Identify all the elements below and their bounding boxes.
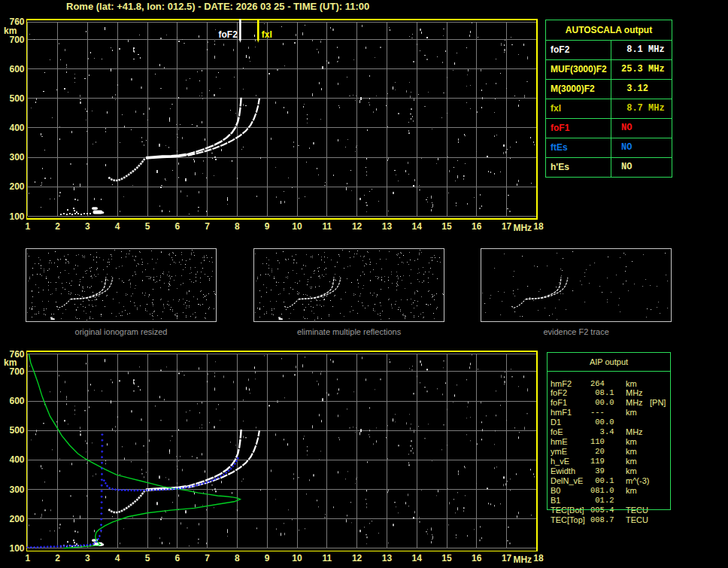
noise-dot [234, 409, 235, 409]
mini-noise-dot [90, 271, 91, 272]
autoscala-row-m3000f2: M(3000)F2 3.12 [546, 79, 672, 99]
mini-noise-dot [47, 270, 48, 271]
noise-dot [243, 399, 244, 400]
noise-dot [533, 473, 534, 475]
aip-row-label: foF1 [551, 398, 567, 407]
mini-noise-dot [126, 295, 126, 296]
noise-dot [486, 84, 487, 84]
mini-noise-dot [403, 255, 404, 256]
noise-dot [417, 44, 417, 45]
noise-dot [481, 107, 482, 108]
noise-dot [494, 505, 495, 506]
noise-dot [388, 542, 389, 543]
mini-noise-dot [87, 287, 88, 287]
mini-noise-dot [321, 318, 322, 319]
noise-dot [366, 167, 366, 168]
noise-dot [500, 503, 501, 504]
noise-dot [255, 371, 256, 373]
noise-dot [211, 484, 213, 485]
mini-noise-dot [367, 251, 368, 252]
mini-noise-dot [126, 257, 126, 257]
mini-noise-dot [36, 314, 37, 314]
noise-dot [144, 144, 144, 146]
mini-noise-dot [205, 317, 205, 318]
mini-noise-dot [93, 306, 93, 307]
noise-dot [115, 431, 116, 432]
noise-dot [41, 468, 43, 469]
mini-noise-dot [422, 282, 423, 283]
mini-noise-dot [154, 311, 155, 311]
aip-row-label: hmF1 [551, 408, 572, 417]
mini-noise-dot [46, 276, 47, 277]
mini-noise-dot [381, 319, 381, 320]
mini-trace-hook [511, 299, 525, 308]
x-tick-label: 6 [174, 221, 180, 232]
noise-dot [338, 437, 339, 438]
noise-dot [470, 31, 471, 33]
noise-dot [159, 396, 160, 398]
noise-dot [60, 59, 61, 60]
mini-noise-dot [205, 296, 205, 297]
mini-noise-dot [331, 260, 332, 260]
e-echo-dot [67, 209, 68, 211]
noise-dot [41, 514, 42, 515]
y-tick-label: 300 [9, 484, 24, 495]
noise-dot [268, 73, 270, 74]
mini-trace-band [299, 298, 314, 299]
mini-noise-dot [185, 267, 186, 268]
noise-dot [169, 117, 170, 120]
noise-dot [353, 391, 354, 392]
mini-noise-dot [56, 282, 56, 283]
noise-dot [160, 88, 162, 89]
noise-dot [277, 400, 278, 402]
mini-noise-dot [324, 269, 325, 270]
mini-noise-dot [396, 254, 397, 255]
noise-dot [413, 185, 414, 187]
noise-dot [80, 99, 81, 100]
noise-dot [375, 57, 375, 58]
autoscala-row-fof2: foF2 8.1 MHz [546, 40, 672, 59]
mini-noise-dot [120, 315, 121, 316]
noise-dot [243, 89, 244, 90]
mini-noise-dot [50, 260, 50, 261]
mini-noise-dot [287, 278, 288, 278]
mini-noise-dot [135, 256, 136, 257]
mini-noise-dot [396, 283, 397, 284]
mini-noise-dot [310, 296, 311, 297]
mini-noise-dot [96, 257, 97, 258]
mini-noise-dot [332, 283, 332, 284]
mini-noise-dot [286, 277, 287, 278]
mini-noise-dot [38, 257, 39, 258]
noise-dot [369, 98, 370, 99]
mini-noise-dot [119, 278, 120, 279]
mini-noise-dot [204, 260, 205, 260]
noise-dot [155, 405, 156, 406]
mini-noise-dot [190, 259, 190, 260]
mini-noise-dot [443, 294, 444, 295]
mini-noise-dot [97, 268, 98, 269]
noise-dot [441, 117, 442, 118]
noise-dot [413, 393, 414, 394]
mini-noise-dot [413, 302, 414, 303]
x-tick-label: 11 [322, 553, 332, 563]
x-tick-label: 4 [115, 221, 120, 232]
noise-dot [180, 522, 181, 524]
mini-noise-dot [623, 253, 624, 254]
mini-noise-dot [307, 284, 308, 285]
mini-noise-dot [195, 312, 196, 313]
mini-noise-dot [189, 307, 190, 308]
mini-noise-dot [559, 282, 560, 283]
noise-dot [517, 515, 517, 518]
mini-noise-dot [485, 312, 486, 313]
noise-dot [283, 375, 284, 377]
mini-noise-dot [153, 319, 153, 320]
noise-dot [408, 162, 408, 164]
noise-dot [524, 427, 525, 430]
noise-dot [227, 197, 228, 199]
mini-noise-dot [398, 285, 399, 286]
noise-dot [92, 442, 93, 443]
mini-noise-dot [421, 296, 422, 297]
mini-noise-dot [289, 293, 290, 294]
noise-dot [202, 402, 202, 403]
noise-dot [165, 512, 166, 512]
